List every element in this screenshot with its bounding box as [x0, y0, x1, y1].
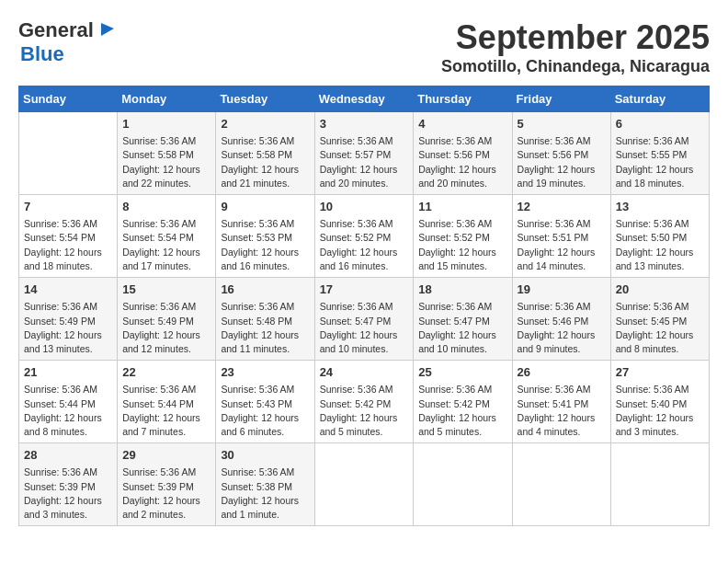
calendar-cell: 24 Sunrise: 5:36 AM Sunset: 5:42 PM Dayl… — [314, 361, 414, 443]
day-number: 20 — [616, 282, 704, 298]
day-number: 26 — [518, 364, 606, 381]
cell-info: Sunrise: 5:36 AM Sunset: 5:50 PM Dayligh… — [616, 217, 704, 273]
cell-info: Sunrise: 5:36 AM Sunset: 5:56 PM Dayligh… — [418, 134, 506, 190]
col-sunday: Sunday — [19, 86, 118, 112]
cell-info: Sunrise: 5:36 AM Sunset: 5:56 PM Dayligh… — [518, 134, 606, 190]
day-number: 17 — [320, 282, 409, 298]
calendar-cell: 11 Sunrise: 5:36 AM Sunset: 5:52 PM Dayl… — [414, 195, 512, 278]
day-number: 11 — [418, 199, 506, 215]
cell-info: Sunrise: 5:36 AM Sunset: 5:52 PM Dayligh… — [320, 217, 409, 273]
calendar-cell: 14 Sunrise: 5:36 AM Sunset: 5:49 PM Dayl… — [19, 278, 118, 361]
logo: General Blue — [18, 18, 116, 66]
calendar-cell: 26 Sunrise: 5:36 AM Sunset: 5:41 PM Dayl… — [512, 361, 610, 443]
calendar-cell — [414, 443, 512, 526]
calendar-cell: 19 Sunrise: 5:36 AM Sunset: 5:46 PM Dayl… — [512, 278, 610, 361]
calendar-cell: 10 Sunrise: 5:36 AM Sunset: 5:52 PM Dayl… — [314, 195, 414, 278]
day-number: 8 — [122, 199, 210, 215]
calendar-cell: 1 Sunrise: 5:36 AM Sunset: 5:58 PM Dayli… — [118, 112, 216, 195]
calendar-week-row: 28 Sunrise: 5:36 AM Sunset: 5:39 PM Dayl… — [19, 443, 710, 526]
page-header: General Blue September 2025 Somotillo, C… — [18, 18, 710, 76]
day-number: 21 — [24, 364, 112, 381]
calendar-cell: 12 Sunrise: 5:36 AM Sunset: 5:51 PM Dayl… — [512, 195, 610, 278]
calendar-cell: 27 Sunrise: 5:36 AM Sunset: 5:40 PM Dayl… — [610, 361, 709, 443]
cell-info: Sunrise: 5:36 AM Sunset: 5:55 PM Dayligh… — [616, 134, 704, 190]
day-number: 19 — [518, 282, 606, 298]
cell-info: Sunrise: 5:36 AM Sunset: 5:47 PM Dayligh… — [320, 300, 409, 356]
logo-icon — [96, 19, 116, 40]
cell-info: Sunrise: 5:36 AM Sunset: 5:44 PM Dayligh… — [24, 383, 112, 439]
day-number: 22 — [122, 364, 210, 381]
cell-info: Sunrise: 5:36 AM Sunset: 5:57 PM Dayligh… — [320, 134, 409, 190]
day-number: 15 — [122, 282, 210, 298]
cell-info: Sunrise: 5:36 AM Sunset: 5:40 PM Dayligh… — [616, 383, 704, 439]
calendar-week-row: 14 Sunrise: 5:36 AM Sunset: 5:49 PM Dayl… — [19, 278, 710, 361]
calendar-table: Sunday Monday Tuesday Wednesday Thursday… — [18, 86, 710, 526]
cell-info: Sunrise: 5:36 AM Sunset: 5:46 PM Dayligh… — [518, 300, 606, 356]
day-number: 4 — [418, 116, 506, 132]
day-number: 16 — [221, 282, 309, 298]
day-number: 18 — [418, 282, 506, 298]
location-subtitle: Somotillo, Chinandega, Nicaragua — [441, 57, 710, 76]
day-number: 28 — [24, 447, 112, 464]
cell-info: Sunrise: 5:36 AM Sunset: 5:45 PM Dayligh… — [616, 300, 704, 356]
col-thursday: Thursday — [414, 86, 512, 112]
calendar-cell: 2 Sunrise: 5:36 AM Sunset: 5:58 PM Dayli… — [216, 112, 314, 195]
cell-info: Sunrise: 5:36 AM Sunset: 5:58 PM Dayligh… — [221, 134, 309, 190]
month-year-title: September 2025 — [441, 18, 710, 57]
title-section: September 2025 Somotillo, Chinandega, Ni… — [441, 18, 710, 76]
cell-info: Sunrise: 5:36 AM Sunset: 5:54 PM Dayligh… — [122, 217, 210, 273]
calendar-cell: 3 Sunrise: 5:36 AM Sunset: 5:57 PM Dayli… — [314, 112, 414, 195]
cell-info: Sunrise: 5:36 AM Sunset: 5:43 PM Dayligh… — [221, 383, 309, 439]
cell-info: Sunrise: 5:36 AM Sunset: 5:51 PM Dayligh… — [518, 217, 606, 273]
day-number: 30 — [221, 447, 309, 464]
day-number: 25 — [418, 364, 506, 381]
day-number: 6 — [616, 116, 704, 132]
calendar-cell — [19, 112, 118, 195]
day-number: 13 — [616, 199, 704, 215]
col-friday: Friday — [512, 86, 610, 112]
calendar-week-row: 7 Sunrise: 5:36 AM Sunset: 5:54 PM Dayli… — [19, 195, 710, 278]
calendar-cell — [314, 443, 414, 526]
calendar-cell: 28 Sunrise: 5:36 AM Sunset: 5:39 PM Dayl… — [19, 443, 118, 526]
cell-info: Sunrise: 5:36 AM Sunset: 5:49 PM Dayligh… — [24, 300, 112, 356]
calendar-cell: 6 Sunrise: 5:36 AM Sunset: 5:55 PM Dayli… — [610, 112, 709, 195]
calendar-cell: 22 Sunrise: 5:36 AM Sunset: 5:44 PM Dayl… — [118, 361, 216, 443]
cell-info: Sunrise: 5:36 AM Sunset: 5:47 PM Dayligh… — [418, 300, 506, 356]
calendar-cell: 9 Sunrise: 5:36 AM Sunset: 5:53 PM Dayli… — [216, 195, 314, 278]
calendar-cell: 8 Sunrise: 5:36 AM Sunset: 5:54 PM Dayli… — [118, 195, 216, 278]
calendar-week-row: 1 Sunrise: 5:36 AM Sunset: 5:58 PM Dayli… — [19, 112, 710, 195]
day-number: 3 — [320, 116, 409, 132]
day-number: 9 — [221, 199, 309, 215]
day-number: 1 — [122, 116, 210, 132]
day-number: 27 — [616, 364, 704, 381]
calendar-cell: 17 Sunrise: 5:36 AM Sunset: 5:47 PM Dayl… — [314, 278, 414, 361]
calendar-cell — [610, 443, 709, 526]
calendar-cell: 16 Sunrise: 5:36 AM Sunset: 5:48 PM Dayl… — [216, 278, 314, 361]
day-number: 23 — [221, 364, 309, 381]
calendar-cell: 23 Sunrise: 5:36 AM Sunset: 5:43 PM Dayl… — [216, 361, 314, 443]
day-number: 12 — [518, 199, 606, 215]
calendar-cell: 21 Sunrise: 5:36 AM Sunset: 5:44 PM Dayl… — [19, 361, 118, 443]
calendar-cell: 25 Sunrise: 5:36 AM Sunset: 5:42 PM Dayl… — [414, 361, 512, 443]
calendar-week-row: 21 Sunrise: 5:36 AM Sunset: 5:44 PM Dayl… — [19, 361, 710, 443]
day-number: 24 — [320, 364, 409, 381]
day-number: 5 — [518, 116, 606, 132]
col-saturday: Saturday — [610, 86, 709, 112]
calendar-cell: 30 Sunrise: 5:36 AM Sunset: 5:38 PM Dayl… — [216, 443, 314, 526]
calendar-cell: 15 Sunrise: 5:36 AM Sunset: 5:49 PM Dayl… — [118, 278, 216, 361]
cell-info: Sunrise: 5:36 AM Sunset: 5:42 PM Dayligh… — [418, 383, 506, 439]
cell-info: Sunrise: 5:36 AM Sunset: 5:49 PM Dayligh… — [122, 300, 210, 356]
day-number: 29 — [122, 447, 210, 464]
cell-info: Sunrise: 5:36 AM Sunset: 5:44 PM Dayligh… — [122, 383, 210, 439]
calendar-cell: 18 Sunrise: 5:36 AM Sunset: 5:47 PM Dayl… — [414, 278, 512, 361]
calendar-cell — [512, 443, 610, 526]
cell-info: Sunrise: 5:36 AM Sunset: 5:54 PM Dayligh… — [24, 217, 112, 273]
cell-info: Sunrise: 5:36 AM Sunset: 5:58 PM Dayligh… — [122, 134, 210, 190]
svg-marker-0 — [101, 23, 114, 36]
day-number: 10 — [320, 199, 409, 215]
cell-info: Sunrise: 5:36 AM Sunset: 5:42 PM Dayligh… — [320, 383, 409, 439]
calendar-cell: 4 Sunrise: 5:36 AM Sunset: 5:56 PM Dayli… — [414, 112, 512, 195]
day-number: 2 — [221, 116, 309, 132]
col-wednesday: Wednesday — [314, 86, 414, 112]
calendar-cell: 13 Sunrise: 5:36 AM Sunset: 5:50 PM Dayl… — [610, 195, 709, 278]
